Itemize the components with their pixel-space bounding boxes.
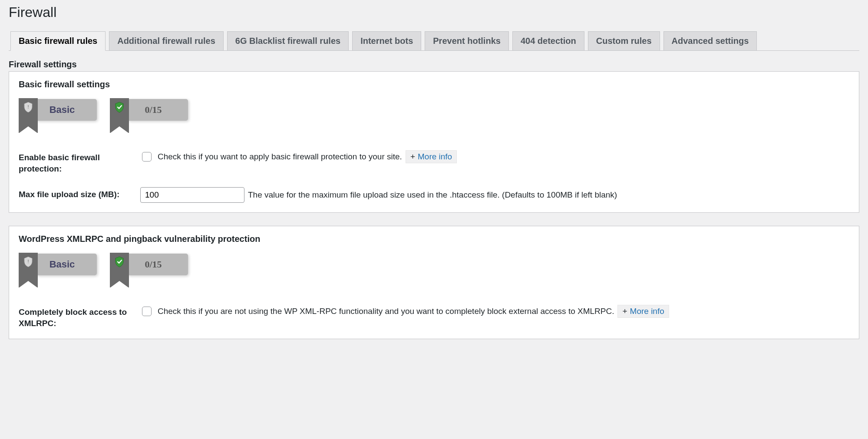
tab-bar: Basic firewall rules Additional firewall…: [9, 31, 859, 51]
block-xmlrpc-label: Completely block access to XMLRPC:: [19, 305, 140, 329]
tab-6g-blacklist[interactable]: 6G Blacklist firewall rules: [227, 31, 349, 51]
max-upload-label: Max file upload size (MB):: [19, 187, 140, 200]
svg-text:!: !: [27, 259, 29, 264]
plus-icon: +: [622, 307, 627, 316]
security-score-label: 0/15: [127, 254, 188, 275]
tab-basic-firewall-rules[interactable]: Basic firewall rules: [10, 31, 106, 51]
more-info-button[interactable]: +More info: [617, 305, 669, 318]
tab-internet-bots[interactable]: Internet bots: [352, 31, 421, 51]
security-score-badge: 0/15: [110, 98, 188, 133]
shield-icon: !: [23, 102, 33, 113]
tab-advanced-settings[interactable]: Advanced settings: [663, 31, 757, 51]
plus-icon: +: [410, 152, 415, 162]
enable-basic-firewall-label: Enable basic firewall protection:: [19, 150, 140, 174]
security-level-badge: ! Basic: [19, 253, 97, 287]
security-score-badge: 0/15: [110, 253, 188, 287]
security-level-label: Basic: [36, 99, 97, 121]
shield-check-icon: [115, 102, 124, 113]
tab-custom-rules[interactable]: Custom rules: [588, 31, 660, 51]
enable-basic-firewall-checkbox[interactable]: [142, 152, 152, 162]
section-heading: Firewall settings: [9, 59, 859, 69]
tab-404-detection[interactable]: 404 detection: [512, 31, 584, 51]
block-xmlrpc-desc: Check this if you are not using the WP X…: [158, 307, 614, 316]
enable-basic-firewall-desc: Check this if you want to apply basic fi…: [158, 152, 402, 162]
basic-firewall-box: Basic firewall settings ! Basic 0/15 Ena…: [9, 71, 859, 213]
tab-additional-firewall-rules[interactable]: Additional firewall rules: [109, 31, 224, 51]
svg-text:!: !: [27, 104, 29, 109]
block-xmlrpc-checkbox[interactable]: [142, 307, 152, 316]
more-info-label: More info: [630, 307, 664, 316]
xmlrpc-box: WordPress XMLRPC and pingback vulnerabil…: [9, 226, 859, 339]
more-info-label: More info: [418, 152, 452, 162]
badges-row-xmlrpc: ! Basic 0/15: [19, 253, 849, 287]
more-info-button[interactable]: +More info: [406, 150, 457, 163]
security-level-label: Basic: [36, 254, 97, 275]
security-level-badge: ! Basic: [19, 98, 97, 133]
tab-prevent-hotlinks[interactable]: Prevent hotlinks: [425, 31, 509, 51]
security-score-label: 0/15: [127, 99, 188, 121]
shield-check-icon: [115, 256, 124, 267]
max-upload-desc: The value for the maximum file upload si…: [248, 190, 617, 200]
xmlrpc-title: WordPress XMLRPC and pingback vulnerabil…: [19, 234, 849, 244]
basic-firewall-title: Basic firewall settings: [19, 79, 849, 89]
shield-icon: !: [23, 256, 33, 267]
max-upload-input[interactable]: [140, 187, 244, 203]
page-title: Firewall: [9, 4, 859, 20]
badges-row: ! Basic 0/15: [19, 98, 849, 133]
